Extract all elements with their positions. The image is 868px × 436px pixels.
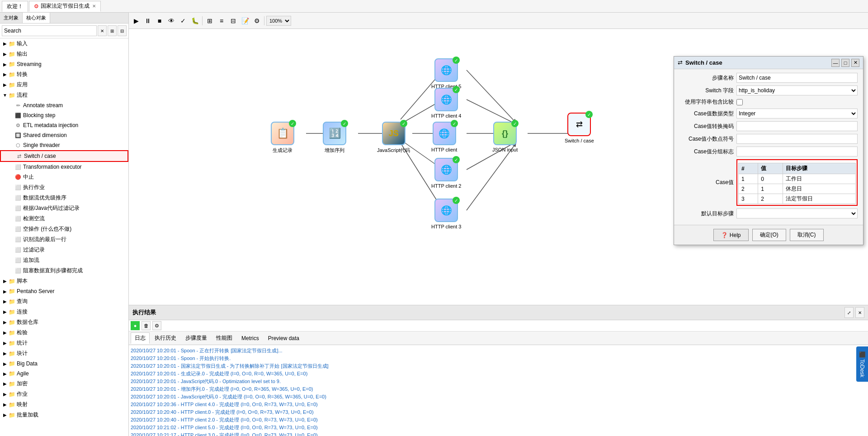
tree-item-19[interactable]: ⬜识别流的最后一行 — [0, 234, 128, 245]
snap-btn[interactable]: ⊟ — [228, 15, 239, 26]
bottom-tab-metrics[interactable]: 步骤度量 — [181, 332, 211, 344]
settings-btn[interactable]: ⚙ — [251, 15, 262, 26]
bottom-tab-preview[interactable]: Preview data — [264, 333, 303, 343]
case-row-1[interactable]: 21休息日 — [739, 184, 856, 194]
tree-item-3[interactable]: ▶📁转换 — [0, 69, 128, 80]
tree-item-9[interactable]: 🔲Shared dimension — [0, 130, 128, 140]
tree-item-23[interactable]: ▶📁脚本 — [0, 276, 128, 286]
node-sequence[interactable]: 🔢 ✓ 增加序列 — [323, 122, 346, 154]
tab-close-icon[interactable]: ✕ — [92, 4, 96, 9]
dialog-minimize-btn[interactable]: — — [831, 59, 840, 67]
dialog-maximize-btn[interactable]: □ — [841, 59, 849, 67]
tree-item-20[interactable]: ⬜过滤记录 — [0, 245, 128, 255]
log-delete-btn[interactable]: 🗑 — [142, 321, 151, 330]
bottom-tab-perf[interactable]: 性能图 — [212, 332, 236, 344]
node-javascript[interactable]: JS ✓ JavaScript代码 — [377, 122, 410, 154]
zoom-select[interactable]: 100% 50% 75% 125% 150% 200% — [266, 16, 291, 26]
confirm-button[interactable]: 确定(O) — [752, 229, 786, 241]
check-btn[interactable]: ✓ — [178, 15, 189, 26]
form-input-stepname[interactable] — [736, 73, 858, 83]
tree-item-2[interactable]: ▶📁Streaming — [0, 59, 128, 69]
tree-item-11[interactable]: ⇄Switch / case — [0, 150, 128, 162]
exec-expand-btn[interactable]: ⤢ — [844, 307, 854, 318]
node-switch[interactable]: ⇄ ✓ Switch / case — [565, 113, 594, 143]
case-row-0[interactable]: 10工作日 — [739, 174, 856, 184]
tree-item-14[interactable]: ⬜执行作业 — [0, 182, 128, 193]
sidebar-tab-core-objects[interactable]: 核心对象 — [23, 13, 50, 23]
search-collapse-btn[interactable]: ⊟ — [118, 25, 127, 36]
align-btn[interactable]: ⊞ — [204, 15, 215, 26]
tree-item-17[interactable]: ⬜检测空流 — [0, 213, 128, 224]
search-expand-btn[interactable]: ⊞ — [108, 25, 117, 36]
tree-item-31[interactable]: ▶📁Big Data — [0, 359, 128, 369]
node-http2[interactable]: 🌐 ✓ HTTP client 2 — [431, 158, 461, 189]
form-checkbox-usestring[interactable] — [736, 99, 743, 105]
form-select-default[interactable] — [736, 209, 858, 218]
tree-item-26[interactable]: ▶📁连接 — [0, 307, 128, 317]
tree-item-18[interactable]: ⬜空操作 (什么也不做) — [0, 224, 128, 234]
note-btn[interactable]: 📝 — [240, 15, 250, 26]
tree-item-22[interactable]: ⬜阻塞数据直到步骤都完成 — [0, 265, 128, 276]
pause-btn[interactable]: ⏸ — [142, 15, 153, 26]
tree-item-15[interactable]: ⬜数据流优先级推序 — [0, 193, 128, 203]
node-http5[interactable]: 🌐 ✓ HTTP client 5 — [431, 58, 461, 89]
tab-welcome[interactable]: 欢迎！ — [2, 1, 28, 12]
tree-item-29[interactable]: ▶📁统计 — [0, 338, 128, 348]
tree-toggle-4: ▶ — [2, 82, 8, 87]
node-http4[interactable]: 🌐 ✓ HTTP client 4 — [431, 88, 461, 118]
tree-item-6[interactable]: ✏Annotate stream — [0, 100, 128, 110]
log-settings-btn[interactable]: ⚙ — [152, 321, 161, 330]
run-btn[interactable]: ▶ — [131, 15, 142, 26]
log-clear-btn[interactable]: ● — [131, 321, 140, 330]
form-input-decimal[interactable] — [736, 134, 858, 144]
tree-item-13[interactable]: 🔴中止 — [0, 172, 128, 182]
debug-btn[interactable]: 🐛 — [189, 15, 200, 26]
bottom-tab-log[interactable]: 日志 — [131, 332, 150, 344]
tree-item-1[interactable]: ▶📁输出 — [0, 49, 128, 59]
tab-main[interactable]: ⚙ 国家法定节假日生成 ✕ — [29, 1, 101, 12]
tree-item-10[interactable]: ⬡Single threader — [0, 140, 128, 150]
node-http3[interactable]: 🌐 ✓ HTTP client 3 — [431, 199, 461, 229]
preview-btn[interactable]: 👁 — [166, 15, 177, 26]
bottom-tab-history[interactable]: 执行历史 — [151, 332, 180, 344]
tree-item-7[interactable]: ⬛Blocking step — [0, 110, 128, 120]
stop-btn[interactable]: ■ — [154, 15, 165, 26]
case-row-2[interactable]: 32法定节假日 — [739, 194, 856, 204]
exec-close-btn[interactable]: ✕ — [855, 307, 864, 318]
cancel-button[interactable]: 取消(C) — [790, 229, 824, 241]
tree-item-28[interactable]: ▶📁检验 — [0, 327, 128, 338]
tree-item-4[interactable]: ▶📁应用 — [0, 80, 128, 90]
tree-item-21[interactable]: ⬜追加流 — [0, 255, 128, 265]
tree-item-36[interactable]: ▶📁批量加载 — [0, 410, 128, 420]
node-json[interactable]: {} ✓ JSON input — [492, 122, 518, 152]
todesk-button[interactable]: ⬛ ToDesk — [856, 346, 868, 382]
node-generate[interactable]: 📋 ✓ 生成记录 — [271, 122, 294, 154]
search-clear-btn[interactable]: ✕ — [98, 25, 107, 36]
tree-item-34[interactable]: ▶📁作业 — [0, 389, 128, 399]
form-select-switchfield[interactable]: http_is_holiday — [736, 85, 858, 95]
dialog-close-btn[interactable]: ✕ — [851, 59, 859, 67]
bottom-tab-metrics2[interactable]: Metrics — [237, 333, 263, 343]
tree-item-5[interactable]: ▼📁流程 — [0, 90, 128, 100]
tree-item-25[interactable]: ▶📁查询 — [0, 296, 128, 307]
form-input-convert[interactable] — [736, 121, 858, 131]
tree-item-24[interactable]: ▶📁Pentaho Server — [0, 286, 128, 296]
sidebar-tab-main-objects[interactable]: 主对象 — [0, 13, 23, 23]
exec-title: 执行结果 — [132, 308, 156, 317]
help-button[interactable]: ❓ Help — [713, 229, 748, 241]
search-input[interactable] — [2, 25, 97, 36]
tree-item-33[interactable]: ▶📁加密 — [0, 379, 128, 389]
tree-item-30[interactable]: ▶📁块计 — [0, 348, 128, 359]
folder-icon-2: 📁 — [8, 61, 15, 68]
tree-item-16[interactable]: ⬜根据/Java代码过滤记录 — [0, 203, 128, 213]
tree-item-12[interactable]: ⬜Transformation executor — [0, 162, 128, 172]
tree-item-27[interactable]: ▶📁数据仓库 — [0, 317, 128, 327]
tree-item-8[interactable]: ⚙ETL metadata injection — [0, 120, 128, 130]
tree-item-32[interactable]: ▶📁Agile — [0, 369, 128, 379]
tree-item-0[interactable]: ▶📁输入 — [0, 38, 128, 49]
dist-btn[interactable]: ≡ — [216, 15, 227, 26]
tree-item-35[interactable]: ▶📁映射 — [0, 399, 128, 410]
form-select-datatype[interactable]: Integer — [736, 109, 858, 118]
form-input-group[interactable] — [736, 147, 858, 156]
node-http[interactable]: 🌐 ✓ HTTP client — [431, 122, 457, 152]
